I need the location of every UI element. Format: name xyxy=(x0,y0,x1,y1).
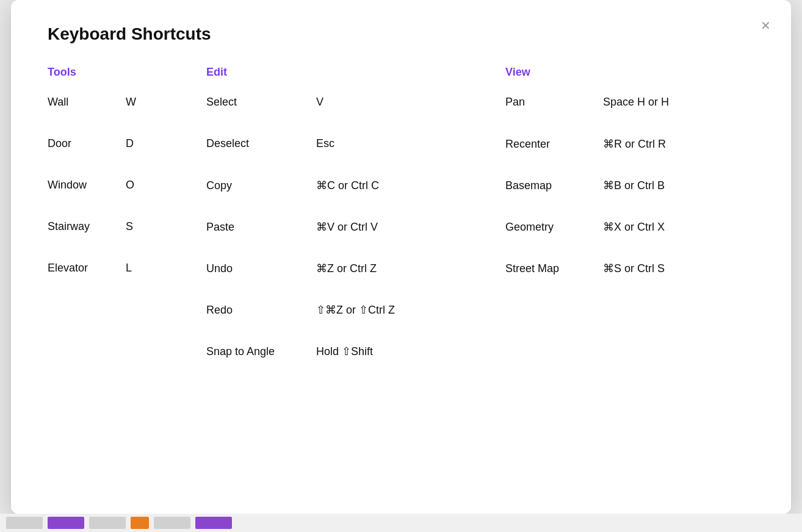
bottom-item-3 xyxy=(89,517,126,529)
bottom-toolbar xyxy=(0,514,802,532)
bottom-item-2 xyxy=(48,517,84,529)
shortcut-recenter: Recenter ⌘R or Ctrl R xyxy=(505,137,760,159)
bottom-item-1 xyxy=(6,517,43,529)
tool-key-elevator: L xyxy=(126,262,132,275)
view-key-basemap: ⌘B or Ctrl B xyxy=(603,179,665,192)
edit-name-select: Select xyxy=(206,96,316,109)
edit-key-deselect: Esc xyxy=(316,137,334,150)
tool-name-elevator: Elevator xyxy=(48,262,121,275)
shortcut-street-map: Street Map ⌘S or Ctrl S xyxy=(505,262,760,284)
shortcut-undo: Undo ⌘Z or Ctrl Z xyxy=(206,262,505,284)
shortcuts-grid: Tools Wall W Door D Window O Stairway S … xyxy=(48,66,760,386)
tool-name-stairway: Stairway xyxy=(48,220,121,233)
bottom-item-6 xyxy=(195,517,232,529)
keyboard-shortcuts-modal: ✕ Keyboard Shortcuts Tools Wall W Door D… xyxy=(11,0,791,514)
shortcut-basemap: Basemap ⌘B or Ctrl B xyxy=(505,179,760,201)
edit-key-snap: Hold ⇧Shift xyxy=(316,345,373,358)
modal-title: Keyboard Shortcuts xyxy=(48,24,760,44)
shortcut-elevator: Elevator L xyxy=(48,262,206,284)
view-name-basemap: Basemap xyxy=(505,179,603,192)
edit-key-redo: ⇧⌘Z or ⇧Ctrl Z xyxy=(316,303,395,317)
view-key-geometry: ⌘X or Ctrl X xyxy=(603,220,665,234)
view-name-recenter: Recenter xyxy=(505,138,603,151)
edit-header: Edit xyxy=(206,66,505,79)
tool-name-door: Door xyxy=(48,137,121,150)
edit-key-undo: ⌘Z or Ctrl Z xyxy=(316,262,377,275)
close-icon: ✕ xyxy=(760,20,771,32)
view-key-pan: Space H or H xyxy=(603,96,669,109)
tool-name-wall: Wall xyxy=(48,96,121,109)
shortcut-window: Window O xyxy=(48,179,206,201)
edit-key-copy: ⌘C or Ctrl C xyxy=(316,179,379,192)
view-name-street-map: Street Map xyxy=(505,262,603,275)
shortcut-pan: Pan Space H or H xyxy=(505,96,760,118)
bottom-item-5 xyxy=(154,517,190,529)
view-name-pan: Pan xyxy=(505,96,603,109)
bottom-item-4 xyxy=(131,517,149,529)
shortcut-paste: Paste ⌘V or Ctrl V xyxy=(206,220,505,242)
tool-key-wall: W xyxy=(126,96,136,109)
edit-key-select: V xyxy=(316,96,323,109)
shortcut-redo: Redo ⇧⌘Z or ⇧Ctrl Z xyxy=(206,303,505,325)
tool-key-door: D xyxy=(126,137,134,150)
tool-key-window: O xyxy=(126,179,134,192)
shortcut-stairway: Stairway S xyxy=(48,220,206,242)
view-header: View xyxy=(505,66,760,79)
tool-name-window: Window xyxy=(48,179,121,192)
edit-name-undo: Undo xyxy=(206,262,316,275)
shortcut-wall: Wall W xyxy=(48,96,206,118)
tools-header: Tools xyxy=(48,66,206,79)
shortcut-deselect: Deselect Esc xyxy=(206,137,505,159)
edit-name-paste: Paste xyxy=(206,221,316,234)
edit-name-copy: Copy xyxy=(206,179,316,192)
shortcut-copy: Copy ⌘C or Ctrl C xyxy=(206,179,505,201)
edit-name-redo: Redo xyxy=(206,304,316,317)
edit-column: Edit Select V Deselect Esc Copy ⌘C or Ct… xyxy=(206,66,505,386)
edit-name-snap: Snap to Angle xyxy=(206,345,316,358)
view-name-geometry: Geometry xyxy=(505,221,603,234)
view-key-recenter: ⌘R or Ctrl R xyxy=(603,137,666,151)
view-column: View Pan Space H or H Recenter ⌘R or Ctr… xyxy=(505,66,760,386)
shortcut-door: Door D xyxy=(48,137,206,159)
view-key-street-map: ⌘S or Ctrl S xyxy=(603,262,665,275)
close-button[interactable]: ✕ xyxy=(757,17,774,34)
shortcut-snap-to-angle: Snap to Angle Hold ⇧Shift xyxy=(206,345,505,367)
edit-name-deselect: Deselect xyxy=(206,137,316,150)
tools-column: Tools Wall W Door D Window O Stairway S … xyxy=(48,66,206,386)
tool-key-stairway: S xyxy=(126,220,133,233)
edit-key-paste: ⌘V or Ctrl V xyxy=(316,220,378,234)
shortcut-geometry: Geometry ⌘X or Ctrl X xyxy=(505,220,760,242)
shortcut-select: Select V xyxy=(206,96,505,118)
